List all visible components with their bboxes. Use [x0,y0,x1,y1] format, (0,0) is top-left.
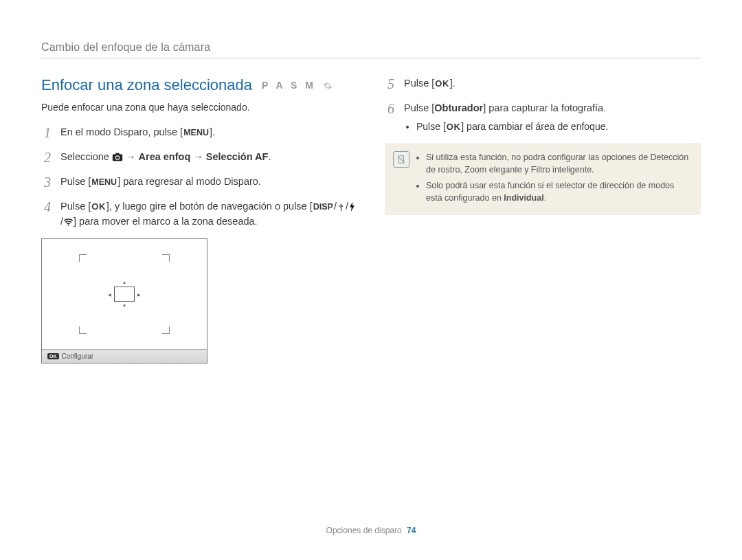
step-number: 4 [41,199,54,229]
text: ] para mover el marco a la zona deseada. [74,216,258,227]
text: ] para capturar la fotografía. [483,102,606,113]
arrow-up-icon: ▲ [122,280,126,284]
text: Pulse [ [404,78,434,89]
text: Pulse [ [60,201,91,212]
step-body: Pulse [OK]. [404,76,701,91]
step-3: 3 Pulse [MENU] para regresar al modo Dis… [41,175,357,190]
text: ]. [210,126,215,137]
note-list: Si utiliza esta función, no podrá config… [416,151,691,207]
svg-point-3 [116,156,119,159]
note-box: Si utiliza esta función, no podrá config… [385,143,701,215]
camera-statusbar: OK Configurar [42,349,207,363]
text: . [268,151,271,162]
content-columns: Enfocar una zona seleccionada P A S M Pu… [41,76,701,363]
text: Pulse [ [60,176,91,187]
menu-kbd: MENU [183,126,210,139]
frame-corner-icon [162,254,170,262]
step-6: 6 Pulse [Obturador] para capturar la fot… [385,101,701,133]
step-body: Seleccione → Area enfoq → Selección AF. [60,150,357,165]
text: Pulse [ [416,121,446,132]
footer-section: Opciones de disparo [326,526,402,535]
step-number: 2 [41,150,54,165]
step-number: 6 [385,101,397,133]
page-title: Enfocar una zona seleccionada [41,76,252,93]
menu-path-item: Selección AF [206,151,269,162]
text: Seleccione [60,151,112,162]
ok-kbd: OK [446,121,462,133]
mode-badges: P A S M [262,80,333,91]
arrow-icon: → [123,151,139,162]
step-body: Pulse [MENU] para regresar al modo Dispa… [60,175,357,190]
section-header: Cambio del enfoque de la cámara [41,41,701,58]
step-1: 1 En el modo Disparo, pulse [MENU]. [41,125,357,140]
wifi-icon [63,216,74,227]
menu-path-item: Area enfoq [139,151,191,162]
steps-list-left: 1 En el modo Disparo, pulse [MENU]. 2 Se… [41,125,357,229]
ok-pill-icon: OK [47,353,59,359]
sub-bullet-item: Pulse [OK] para cambiar el área de enfoq… [416,120,701,134]
menu-kbd: MENU [91,176,117,189]
camera-screen-diagram: ▲ ▼ ◀ ▶ OK Configurar [41,238,207,363]
camera-viewport: ▲ ▼ ◀ ▶ [42,239,207,349]
arrow-icon: → [190,151,206,162]
step-number: 1 [41,125,54,140]
note-icon [393,151,409,168]
step-4: 4 Pulse [OK], y luego gire el botón de n… [41,199,357,229]
frame-corner-icon [79,326,87,334]
left-column: Enfocar una zona seleccionada P A S M Pu… [41,76,357,363]
text: ] para regresar al modo Disparo. [117,176,261,187]
shutter-bold: Obturador [434,102,483,113]
page-footer: Opciones de disparo 74 [0,526,742,535]
gear-icon [323,80,333,91]
statusbar-label: Configurar [62,352,94,360]
frame-corner-icon [162,326,170,334]
text: . [544,193,546,203]
frame-corner-icon [79,254,87,262]
note-item: Solo podrá usar esta función si el selec… [426,179,691,204]
step-body: Pulse [OK], y luego gire el botón de nav… [60,199,357,229]
arrow-down-icon: ▼ [122,304,126,308]
step-number: 5 [385,76,397,91]
disp-kbd: DISP [313,201,334,214]
text-bold: Individual [504,193,543,203]
title-row: Enfocar una zona seleccionada P A S M [41,76,357,94]
mode-letters-text: P A S M [262,80,316,91]
steps-list-right: 5 Pulse [OK]. 6 Pulse [Obturador] para c… [385,76,701,133]
arrow-left-icon: ◀ [108,292,111,297]
camera-icon [112,153,123,161]
intro-text: Puede enfocar una zona que haya seleccio… [41,101,357,114]
sub-bullet-list: Pulse [OK] para cambiar el área de enfoq… [416,120,701,134]
text: ], y luego gire el botón de navegación o… [106,201,313,212]
text: En el modo Disparo, pulse [ [60,126,183,137]
arrow-right-icon: ▶ [137,292,141,297]
flash-icon [348,201,356,212]
text: Pulse [ [404,102,434,113]
macro-icon [337,201,346,212]
ok-kbd: OK [91,200,106,214]
note-item: Si utiliza esta función, no podrá config… [426,151,691,176]
step-5: 5 Pulse [OK]. [385,76,701,91]
text: ] para cambiar el área de enfoque. [461,121,608,132]
right-column: 5 Pulse [OK]. 6 Pulse [Obturador] para c… [385,76,701,363]
step-body: En el modo Disparo, pulse [MENU]. [60,125,357,140]
step-number: 3 [41,175,54,190]
svg-point-4 [68,224,69,225]
text: Solo podrá usar esta función si el selec… [426,181,674,203]
ok-kbd: OK [434,77,450,91]
step-2: 2 Seleccione → Area enfoq → Selección AF… [41,150,357,165]
focus-rectangle: ▲ ▼ ◀ ▶ [114,287,135,302]
page-number: 74 [407,526,416,535]
svg-rect-1 [115,153,119,155]
text: ]. [450,78,456,89]
page: Cambio del enfoque de la cámara Enfocar … [0,0,742,560]
step-body: Pulse [Obturador] para capturar la fotog… [404,101,701,133]
